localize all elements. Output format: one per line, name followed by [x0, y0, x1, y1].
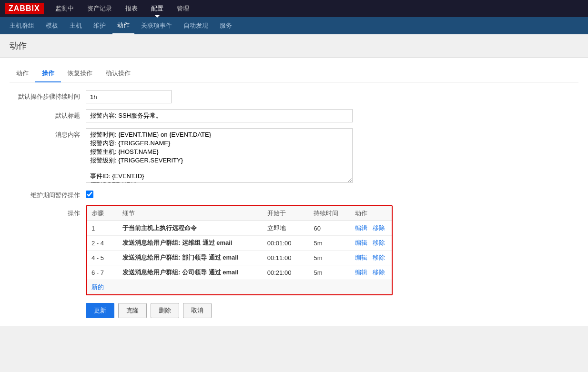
operations-label: 操作 [10, 205, 86, 218]
logo: ZABBIX [5, 3, 44, 14]
action-cell-4: 编辑 移除 [350, 265, 392, 280]
new-operation-link[interactable]: 新的 [87, 280, 392, 294]
start-cell-2: 00:01:00 [263, 236, 309, 251]
nav-item-monitor[interactable]: 监测中 [53, 0, 76, 17]
sub-nav-discovery[interactable]: 自动发现 [179, 18, 213, 34]
duration-cell-2: 5m [309, 236, 350, 251]
step-duration-label: 默认操作步骤持续时间 [10, 90, 86, 101]
step-duration-row: 默认操作步骤持续时间 [10, 90, 578, 103]
pause-maintenance-checkbox[interactable] [86, 191, 93, 198]
operations-section: 操作 步骤 细节 开始于 持续时间 动作 1 [10, 205, 578, 295]
top-nav: ZABBIX 监测中 资产记录 报表 配置 管理 [0, 0, 588, 17]
page-title: 动作 [0, 34, 588, 58]
message-content-label: 消息内容 [10, 128, 86, 139]
edit-link-1[interactable]: 编辑 [355, 224, 367, 231]
sub-nav-host-groups[interactable]: 主机群组 [5, 18, 39, 34]
detail-cell-1: 于当前主机上执行远程命令 [118, 221, 263, 236]
nav-item-assets[interactable]: 资产记录 [85, 0, 114, 17]
pause-maintenance-label: 维护期间暂停操作 [10, 189, 86, 200]
pause-maintenance-checkbox-wrapper [86, 189, 93, 198]
delete-button[interactable]: 删除 [151, 303, 179, 318]
tab-acknowledge[interactable]: 确认操作 [99, 65, 137, 82]
step-cell-1: 1 [87, 221, 118, 236]
sub-nav: 主机群组 模板 主机 维护 动作 关联项事件 自动发现 服务 [0, 17, 588, 34]
operations-table-container: 步骤 细节 开始于 持续时间 动作 1 于当前主机上执行远程命令 立即地 60 [86, 205, 393, 295]
table-row: 2 - 4 发送消息给用户群组: 运维组 通过 email 00:01:00 5… [87, 236, 392, 251]
edit-link-4[interactable]: 编辑 [355, 269, 367, 276]
default-title-row: 默认标题 [10, 109, 578, 122]
remove-link-3[interactable]: 移除 [373, 254, 385, 261]
top-nav-items: 监测中 资产记录 报表 配置 管理 [53, 0, 191, 17]
button-row: 更新 克隆 删除 取消 [10, 303, 578, 318]
action-cell-3: 编辑 移除 [350, 251, 392, 265]
sub-nav-actions[interactable]: 动作 [112, 17, 134, 34]
update-button[interactable]: 更新 [86, 303, 114, 318]
step-cell-3: 4 - 5 [87, 251, 118, 265]
remove-link-2[interactable]: 移除 [373, 239, 385, 246]
table-row: 1 于当前主机上执行远程命令 立即地 60 编辑 移除 [87, 221, 392, 236]
col-header-detail: 细节 [118, 206, 263, 221]
nav-item-admin[interactable]: 管理 [175, 0, 191, 17]
default-title-label: 默认标题 [10, 109, 86, 120]
step-duration-input[interactable] [86, 90, 172, 103]
start-cell-1: 立即地 [263, 221, 309, 236]
tab-recovery[interactable]: 恢复操作 [61, 65, 99, 82]
col-header-start: 开始于 [263, 206, 309, 221]
col-header-duration: 持续时间 [309, 206, 350, 221]
step-cell-2: 2 - 4 [87, 236, 118, 251]
detail-cell-2: 发送消息给用户群组: 运维组 通过 email [118, 236, 263, 251]
start-cell-4: 00:21:00 [263, 265, 309, 280]
message-content-textarea[interactable]: 报警时间: {EVENT.TIME} on {EVENT.DATE} 报警内容:… [86, 128, 353, 183]
cancel-button[interactable]: 取消 [183, 303, 212, 318]
duration-cell-3: 5m [309, 251, 350, 265]
clone-button[interactable]: 克隆 [118, 303, 147, 318]
detail-cell-3: 发送消息给用户群组: 部门领导 通过 email [118, 251, 263, 265]
step-cell-4: 6 - 7 [87, 265, 118, 280]
col-header-action: 动作 [350, 206, 392, 221]
duration-cell-1: 60 [309, 221, 350, 236]
default-title-input[interactable] [86, 109, 353, 122]
nav-item-reports[interactable]: 报表 [123, 0, 140, 17]
sub-nav-event-correlation[interactable]: 关联项事件 [136, 18, 177, 34]
sub-nav-maintenance[interactable]: 维护 [89, 18, 111, 34]
tab-operations[interactable]: 操作 [35, 65, 61, 82]
action-cell-1: 编辑 移除 [350, 221, 392, 236]
sub-nav-services[interactable]: 服务 [215, 18, 237, 34]
sub-nav-hosts[interactable]: 主机 [65, 18, 87, 34]
remove-link-4[interactable]: 移除 [373, 269, 385, 276]
col-header-step: 步骤 [87, 206, 118, 221]
operations-table: 步骤 细节 开始于 持续时间 动作 1 于当前主机上执行远程命令 立即地 60 [87, 206, 392, 280]
message-content-row: 消息内容 报警时间: {EVENT.TIME} on {EVENT.DATE} … [10, 128, 578, 183]
sub-nav-templates[interactable]: 模板 [41, 18, 63, 34]
tab-action[interactable]: 动作 [10, 65, 35, 82]
edit-link-3[interactable]: 编辑 [355, 254, 367, 261]
duration-cell-4: 5m [309, 265, 350, 280]
pause-maintenance-row: 维护期间暂停操作 [10, 189, 578, 200]
action-cell-2: 编辑 移除 [350, 236, 392, 251]
remove-link-1[interactable]: 移除 [373, 224, 385, 231]
table-row: 4 - 5 发送消息给用户群组: 部门领导 通过 email 00:11:00 … [87, 251, 392, 265]
detail-cell-4: 发送消息给用户群组: 公司领导 通过 email [118, 265, 263, 280]
table-header-row: 步骤 细节 开始于 持续时间 动作 [87, 206, 392, 221]
nav-item-config[interactable]: 配置 [149, 0, 165, 17]
edit-link-2[interactable]: 编辑 [355, 239, 367, 246]
tab-bar: 动作 操作 恢复操作 确认操作 [10, 65, 578, 82]
main-content: 动作 操作 恢复操作 确认操作 默认操作步骤持续时间 默认标题 消息内容 报警时… [0, 58, 588, 326]
start-cell-3: 00:11:00 [263, 251, 309, 265]
operations-table-wrapper: 步骤 细节 开始于 持续时间 动作 1 于当前主机上执行远程命令 立即地 60 [86, 205, 393, 295]
table-row: 6 - 7 发送消息给用户群组: 公司领导 通过 email 00:21:00 … [87, 265, 392, 280]
